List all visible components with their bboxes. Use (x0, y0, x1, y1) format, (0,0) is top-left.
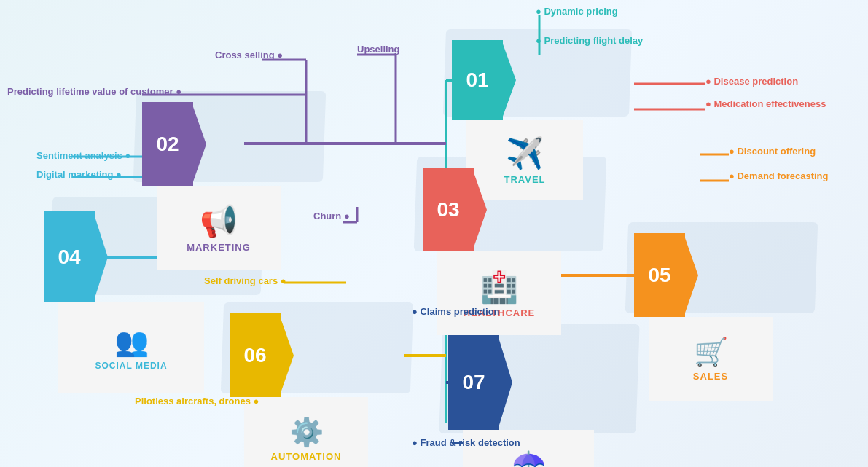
label-dynamic-pricing: ● Dynamic pricing (536, 6, 618, 17)
sector-title-sales: SALES (693, 371, 728, 382)
sector-number-05: 05 (634, 233, 685, 317)
label-fraud-risk-detection: ● Fraud & risk detection (412, 437, 520, 448)
sector-card-sales: 05 🛒 SALES (634, 233, 809, 317)
credit-insurance-icon: ☂️ (512, 450, 546, 467)
label-discount-offering: ● Discount offering (729, 146, 816, 157)
sector-image-social-media: 👥 SOCIAL MEDIA (58, 302, 204, 393)
label-disease-prediction: ● Disease prediction (705, 76, 798, 87)
infographic: 01 ✈️ TRAVEL 02 📢 MARKETING 03 🏥 HEALTHC… (0, 0, 868, 467)
label-predicting-flight-delay: ● Predicting flight delay (536, 35, 643, 46)
sales-icon: 🛒 (694, 336, 728, 368)
label-demand-forecasting: ● Demand forecasting (729, 170, 828, 181)
label-churn: Churn ● (313, 211, 350, 221)
label-medication-effectiveness: ● Medication effectiveness (705, 98, 826, 109)
sector-image-credit-insurance: ☂️ CREDIT &INSURANCE (463, 430, 594, 467)
label-sentiment-analysis: Sentiment analysis ● (36, 150, 130, 161)
label-upselling: Upselling (357, 44, 400, 55)
travel-icon: ✈️ (506, 136, 544, 171)
sector-image-automation: ⚙️ AUTOMATION (244, 397, 368, 467)
sector-number-03: 03 (423, 168, 474, 251)
healthcare-icon: 🏥 (480, 269, 518, 305)
sector-title-automation: AUTOMATION (271, 451, 342, 462)
label-cross-selling: Cross selling ● (215, 50, 283, 60)
social-media-icon: 👥 (114, 326, 149, 358)
sector-card-marketing: 02 📢 MARKETING (142, 102, 317, 186)
sector-card-healthcare: 03 🏥 HEALTHCARE (423, 168, 598, 251)
sector-image-sales: 🛒 SALES (649, 317, 773, 401)
sector-card-credit-insurance: 07 ☂️ CREDIT &INSURANCE (448, 335, 630, 430)
sector-card-travel: 01 ✈️ TRAVEL (452, 40, 619, 120)
sector-title-social-media: SOCIAL MEDIA (95, 361, 167, 371)
label-pilotless-aircrafts: Pilotless aircrafts, drones ● (135, 396, 259, 407)
sector-image-healthcare: 🏥 HEALTHCARE (437, 251, 561, 335)
sector-number-06: 06 (230, 313, 281, 397)
sector-card-automation: 06 ⚙️ AUTOMATION (230, 313, 404, 397)
sector-card-social-media: 04 👥 SOCIAL MEDIA (44, 211, 241, 302)
sector-number-04: 04 (44, 211, 95, 302)
sector-number-07: 07 (448, 335, 499, 430)
label-predicting-lifetime: Predicting lifetime value of customer ● (7, 86, 181, 97)
sector-number-02: 02 (142, 102, 193, 186)
sector-number-01: 01 (452, 40, 503, 120)
automation-icon: ⚙️ (289, 416, 324, 448)
label-digital-marketing: Digital marketing ● (36, 169, 122, 180)
label-self-driving-cars: Self driving cars ● (204, 275, 286, 286)
label-claims-prediction: ● Claims prediction (412, 306, 500, 317)
